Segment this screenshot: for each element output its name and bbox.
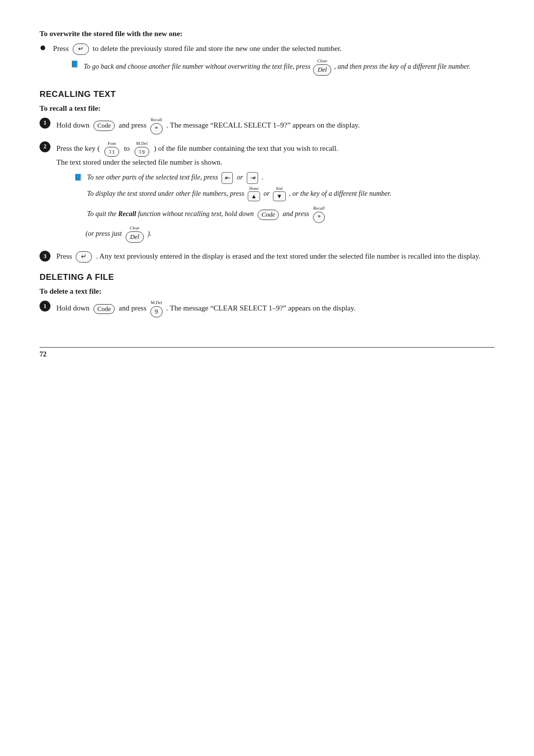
overwrite-note-text: To go back and choose another file numbe… [84, 59, 470, 76]
step2-middle: to [124, 144, 130, 152]
deleting-title: DELETING A FILE [40, 272, 494, 282]
font-label: Font [108, 141, 116, 146]
page-number: 72 [40, 351, 46, 358]
up-arrow-key: ▲ [248, 191, 261, 201]
step3-after: . Any text previously entered in the dis… [96, 252, 481, 260]
delete-step1-middle: and press [119, 304, 146, 312]
step2-notes: 📘 To see other parts of the selected tex… [74, 172, 494, 243]
recall-step2-content: Press the key ( Font 11 to M.Del 19 ) of… [56, 141, 494, 247]
step2-after: ) of the file number containing the text… [152, 144, 338, 152]
overwrite-press-label: Press [53, 44, 69, 52]
note2b-text: To display the text stored under other f… [87, 187, 391, 201]
note2b-or: or [264, 190, 269, 197]
note4-after: ). [147, 230, 151, 237]
delete-step1-after: . The message “CLEAR SELECT 1–9?” appear… [166, 304, 356, 312]
clear-del-key-2: Clear Del [126, 226, 144, 243]
step1-number: 1 [40, 118, 50, 129]
step1-middle: and press [119, 121, 146, 129]
recall-label-2: Recall [313, 206, 325, 211]
overwrite-heading: To overwrite the stored file with the ne… [40, 30, 494, 38]
recalling-subtitle: To recall a text file: [40, 104, 494, 113]
enter-key-2: ↵ [76, 251, 92, 263]
step1-after: . The message “RECALL SELECT 1–9?” appea… [166, 121, 360, 129]
delete-step1-number: 1 [40, 301, 50, 311]
note-icon-2a: 📘 [74, 173, 82, 182]
recalling-title: RECALLING TEXT [40, 89, 494, 99]
del-key-2: Del [126, 231, 144, 243]
code-key-1: Code [93, 121, 115, 131]
overwrite-note-line: 📘 To go back and choose another file num… [71, 59, 494, 76]
step2-number: 2 [40, 141, 50, 152]
recall-step1: 1 Hold down Code and press Recall * . Th… [40, 118, 494, 134]
overwrite-bullet-item: ● Press ↵ to delete the previously store… [40, 43, 494, 80]
font-1-key: Font 11 [104, 141, 119, 157]
star-key-2: * [313, 212, 325, 223]
step1-before: Hold down [56, 121, 89, 129]
down-arrow-key: ▼ [273, 191, 286, 201]
mdel-label-2: M.Del [151, 301, 162, 305]
recall-step3: 3 Press ↵ . Any text previously entered … [40, 251, 494, 263]
note2a-text: To see other parts of the selected text … [87, 172, 264, 184]
clear-del-key-1: Clear Del [313, 59, 331, 76]
note2a: 📘 To see other parts of the selected tex… [74, 172, 494, 184]
clear-label-1: Clear [317, 59, 328, 63]
page-footer: 72 [40, 347, 494, 358]
code-key-2: Code [258, 210, 279, 220]
end-label: End [276, 187, 282, 191]
note2b-after: , or the key of a different file number. [289, 190, 391, 197]
note-book-icon: 📘 [71, 59, 79, 69]
note4: (or press just Clear Del ). [86, 226, 494, 243]
recall-star-key-2: Recall * [313, 206, 325, 223]
note3: 📘 To quit the Recall function without re… [74, 206, 494, 223]
key-9: 19 [134, 147, 149, 157]
note3-text: To quit the Recall function without reca… [87, 206, 327, 223]
del-key-1: Del [313, 64, 331, 76]
forward-arrow-key: ⇥ [247, 172, 258, 184]
step2-sub: The text stored under the selected file … [56, 158, 222, 166]
note4-text: (or press just Clear Del ). [86, 226, 151, 243]
delete-step1: 1 Hold down Code and press M.Del 9 . The… [40, 301, 494, 317]
note2a-or: or [237, 174, 243, 181]
delete-step1-before: Hold down [56, 304, 89, 312]
note2b: 📘 To display the text stored under other… [74, 187, 494, 201]
recall-label-1: Recall [151, 118, 162, 122]
key-9-delete: 9 [150, 306, 163, 317]
delete-step1-content: Hold down Code and press M.Del 9 . The m… [56, 301, 494, 317]
overwrite-bullet-content: Press ↵ to delete the previously stored … [53, 43, 494, 80]
bullet-dot: ● [40, 42, 46, 53]
step3-number: 3 [40, 251, 50, 262]
step2-before: Press the key ( [56, 144, 102, 152]
enter-key: ↵ [73, 44, 89, 55]
end-down-key: End ▼ [273, 187, 286, 201]
mdel-key-delete: M.Del 9 [150, 301, 163, 317]
reverse-arrow-key: ⇤ [222, 172, 233, 184]
home-up-key: Home ▲ [248, 187, 261, 201]
recall-star-key-1: Recall * [150, 118, 163, 134]
recall-step1-content: Hold down Code and press Recall * . The … [56, 118, 494, 134]
page-content: To overwrite the stored file with the ne… [40, 30, 494, 358]
mdel-9-key: M.Del 19 [134, 141, 149, 157]
note3-after: and press [283, 210, 310, 218]
mdel-label: M.Del [136, 141, 147, 146]
recall-step2: 2 Press the key ( Font 11 to M.Del 19 ) … [40, 141, 494, 247]
note3-middle: function without recalling text, hold do… [138, 210, 254, 218]
recall-bold-italic: Recall [118, 210, 136, 218]
clear-label-2: Clear [130, 226, 140, 230]
step3-text: Press [56, 252, 72, 260]
star-key-1: * [150, 123, 163, 134]
overwrite-bullet-section: ● Press ↵ to delete the previously store… [40, 43, 494, 80]
code-key-3: Code [93, 304, 115, 314]
note4-before: (or press just [86, 230, 122, 237]
recall-step3-content: Press ↵ . Any text previously entered in… [56, 251, 494, 263]
home-label: Home [249, 187, 259, 191]
deleting-subtitle: To delete a text file: [40, 287, 494, 296]
overwrite-note: 📘 To go back and choose another file num… [71, 59, 494, 76]
key-1: 11 [104, 147, 119, 157]
overwrite-bullet-after: to delete the previously stored file and… [92, 44, 342, 52]
overwrite-note-after: , and then press the key of a different … [334, 63, 471, 70]
